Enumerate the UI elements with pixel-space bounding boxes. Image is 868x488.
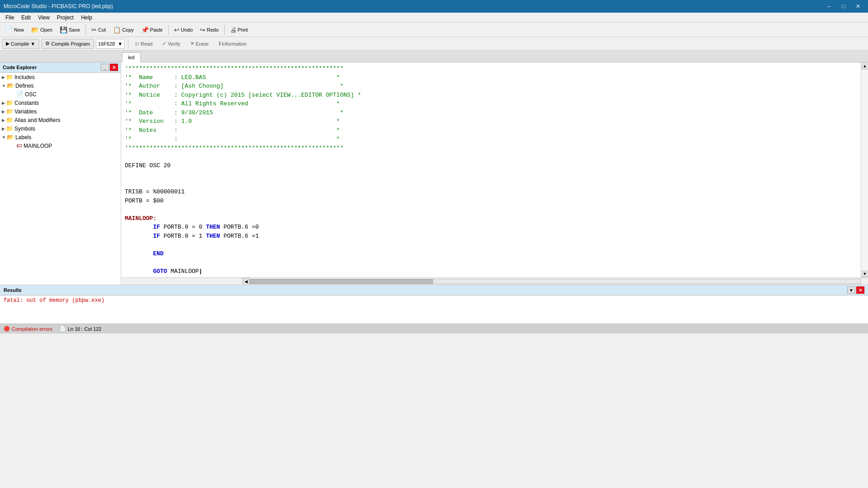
results-header: Results ▼ ✕ bbox=[0, 285, 868, 296]
position-icon: 📄 bbox=[60, 326, 66, 332]
expand-icon: ▶ bbox=[2, 127, 5, 131]
print-button[interactable]: 🖨 Print bbox=[227, 24, 251, 36]
led-tab[interactable]: led bbox=[122, 52, 141, 62]
code-line: MAINLOOP: bbox=[125, 214, 857, 223]
folder-icon: 📁 bbox=[6, 125, 13, 132]
minimize-button[interactable]: – bbox=[823, 1, 835, 11]
read-icon: ▷ bbox=[136, 41, 139, 47]
toolbar2-separator bbox=[128, 39, 128, 48]
folder-icon: 📁 bbox=[6, 74, 13, 80]
open-icon: 📂 bbox=[31, 26, 39, 33]
chip-selector[interactable]: 16F628 ▼ bbox=[96, 39, 125, 49]
code-line: '* : * bbox=[125, 135, 857, 144]
compile-program-button[interactable]: ⚙ Compile Program bbox=[41, 39, 94, 49]
sidebar-item-includes[interactable]: ▶ 📁 Includes bbox=[0, 73, 121, 81]
expand-icon: ▼ bbox=[2, 84, 6, 88]
sidebar-item-alias[interactable]: ▶ 📁 Alias and Modifiers bbox=[0, 116, 121, 124]
results-panel: Results ▼ ✕ fatal: out of memory (pbpw.e… bbox=[0, 285, 868, 324]
compile-toolbar: ▶ Compile ▼ ⚙ Compile Program 16F628 ▼ ▷… bbox=[0, 37, 868, 51]
code-line: '***************************************… bbox=[125, 144, 857, 153]
new-icon: 📄 bbox=[5, 26, 13, 33]
code-line: '* Notes : * bbox=[125, 126, 857, 135]
vscroll-down-button[interactable]: ▼ bbox=[861, 270, 868, 277]
sidebar-item-constants[interactable]: ▶ 📁 Constants bbox=[0, 99, 121, 107]
cut-button[interactable]: ✂ Cut bbox=[88, 24, 109, 36]
new-button[interactable]: 📄 New bbox=[2, 24, 27, 36]
toolbar-separator-2 bbox=[168, 25, 169, 35]
vscroll-track[interactable] bbox=[861, 70, 868, 270]
folder-open-icon: 📂 bbox=[7, 134, 14, 141]
information-icon: ℹ bbox=[219, 41, 221, 47]
tab-bar: led bbox=[0, 51, 868, 62]
code-line: IF PORTB.0 = 1 THEN PORTB.6 =1 bbox=[125, 232, 857, 241]
menu-help[interactable]: Help bbox=[77, 14, 96, 22]
code-line bbox=[125, 170, 857, 179]
erase-button[interactable]: ✕ Erase bbox=[186, 39, 213, 49]
results-close-button[interactable]: ✕ bbox=[856, 286, 864, 294]
code-line bbox=[125, 258, 857, 267]
sidebar-item-defines[interactable]: ▼ 📂 Defines bbox=[0, 81, 121, 90]
verify-button[interactable]: ✓ Verify bbox=[158, 39, 184, 49]
hscroll-left-arrow[interactable]: ◀ bbox=[242, 278, 250, 285]
code-line: IF PORTB.0 = 0 THEN PORTB.6 =0 bbox=[125, 223, 857, 232]
code-line: '* Notice : Copyright (c) 2015 [select V… bbox=[125, 91, 857, 100]
code-line: '* Date : 9/30/2015 * bbox=[125, 108, 857, 117]
hscroll-thumb[interactable] bbox=[250, 279, 433, 284]
window-controls: – □ ✕ bbox=[823, 1, 864, 11]
code-line: '* : All Rights Reserved * bbox=[125, 99, 857, 108]
paste-button[interactable]: 📌 Paste bbox=[138, 24, 166, 36]
undo-button[interactable]: ↩ Undo bbox=[171, 24, 196, 36]
folder-icon: 📁 bbox=[6, 108, 13, 115]
expand-icon: ▼ bbox=[2, 135, 6, 140]
sidebar-item-mainloop[interactable]: 🏷 MAINLOOP bbox=[0, 141, 121, 150]
results-controls: ▼ ✕ bbox=[847, 286, 864, 294]
menu-project[interactable]: Project bbox=[53, 14, 77, 22]
sidebar-item-variables[interactable]: ▶ 📁 Variables bbox=[0, 107, 121, 116]
menu-edit[interactable]: Edit bbox=[18, 14, 34, 22]
code-line bbox=[125, 240, 857, 249]
code-line: '* Version : 1.0 * bbox=[125, 117, 857, 126]
window-title: MicroCode Studio - PICBASIC PRO (led.pbp… bbox=[4, 3, 113, 9]
folder-icon: 📁 bbox=[6, 117, 13, 123]
paste-icon: 📌 bbox=[141, 26, 149, 33]
close-button[interactable]: ✕ bbox=[852, 1, 864, 11]
open-button[interactable]: 📂 Open bbox=[28, 24, 56, 36]
code-line: TRISB = %00000011 bbox=[125, 188, 857, 197]
code-line: END bbox=[125, 249, 857, 258]
code-editor[interactable]: '***************************************… bbox=[121, 62, 861, 277]
compile-button[interactable]: ▶ Compile ▼ bbox=[2, 39, 39, 49]
sidebar-close-button[interactable]: ✕ bbox=[110, 64, 118, 71]
code-line: '* Name : LED.BAS * bbox=[125, 73, 857, 82]
save-button[interactable]: 💾 Save bbox=[57, 24, 83, 36]
cut-icon: ✂ bbox=[91, 26, 97, 33]
sidebar-item-osc[interactable]: 📄 OSC bbox=[0, 90, 121, 99]
hscroll-main[interactable]: ◀ ▶ bbox=[242, 278, 868, 285]
results-dropdown-button[interactable]: ▼ bbox=[847, 286, 855, 294]
compilation-status: 🔴 Compilation errors bbox=[4, 326, 52, 332]
expand-icon: ▶ bbox=[2, 75, 5, 80]
maximize-button[interactable]: □ bbox=[837, 1, 850, 11]
editor-row: '***************************************… bbox=[121, 62, 868, 277]
title-bar: MicroCode Studio - PICBASIC PRO (led.pbp… bbox=[0, 0, 868, 13]
copy-button[interactable]: 📋 Copy bbox=[110, 24, 137, 36]
sidebar-item-symbols[interactable]: ▶ 📁 Symbols bbox=[0, 124, 121, 133]
sidebar-item-labels[interactable]: ▼ 📂 Labels bbox=[0, 133, 121, 141]
vertical-scrollbar[interactable]: ▲ ▼ bbox=[861, 62, 868, 277]
code-line: PORTB = $00 bbox=[125, 197, 857, 206]
information-button[interactable]: ℹ Information bbox=[215, 39, 251, 49]
expand-icon: ▶ bbox=[2, 109, 5, 114]
undo-icon: ↩ bbox=[174, 26, 179, 33]
expand-icon: ▶ bbox=[2, 118, 5, 122]
menu-view[interactable]: View bbox=[34, 14, 53, 22]
content-area: Code Explorer _ ✕ ▶ 📁 Includes ▼ 📂 Defin… bbox=[0, 62, 868, 285]
sidebar-minimize-button[interactable]: _ bbox=[101, 64, 109, 71]
vscroll-up-button[interactable]: ▲ bbox=[861, 62, 868, 70]
redo-button[interactable]: ↪ Redo bbox=[197, 24, 222, 36]
erase-icon: ✕ bbox=[190, 41, 194, 47]
toolbar-separator-3 bbox=[224, 25, 225, 35]
toolbar-separator-1 bbox=[85, 25, 86, 35]
hscroll-track[interactable] bbox=[250, 279, 861, 284]
error-icon: 🔴 bbox=[4, 326, 10, 332]
menu-file[interactable]: File bbox=[2, 14, 18, 22]
read-button[interactable]: ▷ Read bbox=[132, 39, 156, 49]
